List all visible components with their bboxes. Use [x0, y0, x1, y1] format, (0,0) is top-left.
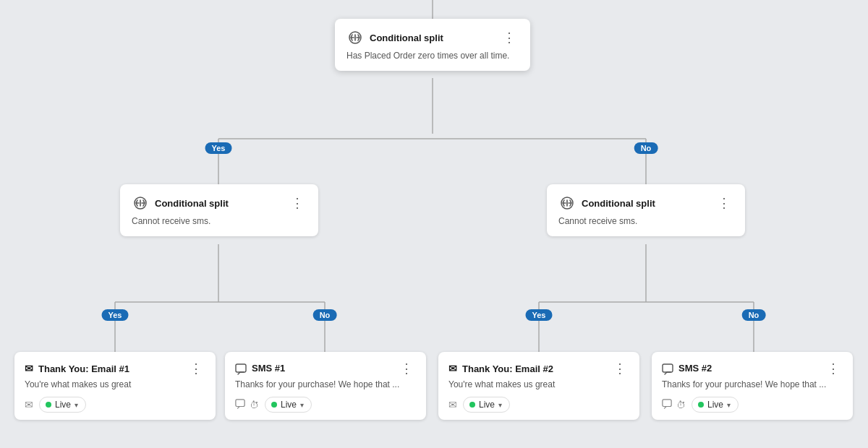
- sms1-icon: [235, 362, 247, 374]
- email1-card: ✉ Thank You: Email #1 ⋮ You're what make…: [14, 352, 216, 420]
- email2-yes-badge: Yes: [526, 309, 553, 321]
- sms1-status: Live: [281, 400, 297, 410]
- sms2-status: Live: [707, 400, 723, 410]
- email2-card: ✉ Thank You: Email #2 ⋮ You're what make…: [438, 352, 639, 420]
- main-split-more-button[interactable]: ⋮: [500, 30, 519, 46]
- email2-footer: ✉ Live ▾: [448, 397, 629, 413]
- email1-send-icon: ✉: [25, 399, 33, 410]
- sms2-msg-icon: [662, 399, 672, 411]
- sms2-icon: [662, 362, 673, 374]
- sms1-msg-icon: [235, 399, 245, 411]
- split-icon: [346, 29, 364, 46]
- email1-more-button[interactable]: ⋮: [187, 361, 205, 376]
- email1-body: You're what makes us great: [25, 379, 205, 389]
- main-conditional-split-card: Conditional split ⋮ Has Placed Order zer…: [335, 19, 530, 71]
- email2-body: You're what makes us great: [448, 379, 629, 389]
- email1-chevron-icon: ▾: [75, 401, 78, 409]
- email2-icon: ✉: [448, 363, 457, 374]
- sms1-live-button[interactable]: Live ▾: [265, 397, 312, 413]
- email1-live-dot: [46, 402, 51, 408]
- right-split-title: Conditional split: [582, 198, 655, 209]
- sms2-footer-icons: ⏱: [662, 399, 686, 411]
- svg-rect-18: [663, 364, 673, 372]
- left-split-icon: [132, 194, 149, 212]
- sms1-footer-icons: ⏱: [235, 399, 259, 411]
- email1-title: Thank You: Email #1: [38, 363, 129, 374]
- sms2-no-badge: No: [742, 309, 766, 321]
- email2-live-button[interactable]: Live ▾: [463, 397, 510, 413]
- sms2-chevron-icon: ▾: [727, 401, 731, 409]
- right-split-subtitle: Cannot receive sms.: [558, 216, 733, 226]
- left-conditional-split-card: Conditional split ⋮ Cannot receive sms.: [120, 184, 318, 236]
- sms2-title: SMS #2: [678, 363, 712, 374]
- sms1-card: SMS #1 ⋮ Thanks for your purchase! We ho…: [225, 352, 426, 420]
- email2-footer-icons: ✉: [448, 399, 457, 410]
- email2-chevron-icon: ▾: [498, 401, 502, 409]
- sms1-body: Thanks for your purchase! We hope that .…: [235, 379, 416, 389]
- svg-rect-16: [236, 364, 246, 372]
- email1-footer-icons: ✉: [25, 399, 33, 410]
- svg-rect-19: [663, 399, 671, 406]
- sms1-no-badge: No: [313, 309, 337, 321]
- main-split-title: Conditional split: [370, 33, 443, 43]
- sms2-body: Thanks for your purchase! We hope that .…: [662, 379, 843, 389]
- email2-send-icon: ✉: [448, 399, 457, 410]
- email1-footer: ✉ Live ▾: [25, 397, 205, 413]
- left-split-subtitle: Cannot receive sms.: [132, 216, 307, 226]
- svg-rect-17: [236, 399, 244, 406]
- right-split-icon: [558, 194, 576, 212]
- left-split-title: Conditional split: [155, 198, 229, 209]
- email1-title-row: ✉ Thank You: Email #1: [25, 363, 129, 374]
- email1-yes-badge: Yes: [102, 309, 129, 321]
- sms2-live-dot: [698, 402, 704, 408]
- email1-status: Live: [55, 400, 71, 410]
- right-no-badge: No: [634, 142, 658, 154]
- sms1-clock-icon: ⏱: [250, 400, 259, 410]
- sms2-more-button[interactable]: ⋮: [824, 361, 843, 376]
- right-conditional-split-card: Conditional split ⋮ Cannot receive sms.: [547, 184, 745, 236]
- sms1-title: SMS #1: [252, 363, 285, 374]
- email2-title-row: ✉ Thank You: Email #2: [448, 363, 553, 374]
- right-split-more-button[interactable]: ⋮: [715, 195, 733, 211]
- left-split-more-button[interactable]: ⋮: [288, 195, 307, 211]
- email2-title: Thank You: Email #2: [462, 363, 553, 374]
- sms2-title-row: SMS #2: [662, 362, 712, 374]
- sms1-more-button[interactable]: ⋮: [397, 361, 416, 376]
- sms2-clock-icon: ⏱: [676, 400, 686, 410]
- email2-live-dot: [469, 402, 475, 408]
- email2-status: Live: [479, 400, 495, 410]
- email1-icon: ✉: [25, 363, 33, 374]
- email1-live-button[interactable]: Live ▾: [39, 397, 86, 413]
- left-yes-badge: Yes: [205, 142, 232, 154]
- sms1-title-row: SMS #1: [235, 362, 285, 374]
- sms2-live-button[interactable]: Live ▾: [692, 397, 739, 413]
- sms1-chevron-icon: ▾: [300, 401, 304, 409]
- flow-canvas: Conditional split ⋮ Has Placed Order zer…: [0, 0, 868, 448]
- sms2-footer: ⏱ Live ▾: [662, 397, 843, 413]
- sms2-card: SMS #2 ⋮ Thanks for your purchase! We ho…: [652, 352, 853, 420]
- main-split-subtitle: Has Placed Order zero times over all tim…: [346, 51, 519, 61]
- sms1-footer: ⏱ Live ▾: [235, 397, 416, 413]
- email2-more-button[interactable]: ⋮: [610, 361, 629, 376]
- sms1-live-dot: [271, 402, 277, 408]
